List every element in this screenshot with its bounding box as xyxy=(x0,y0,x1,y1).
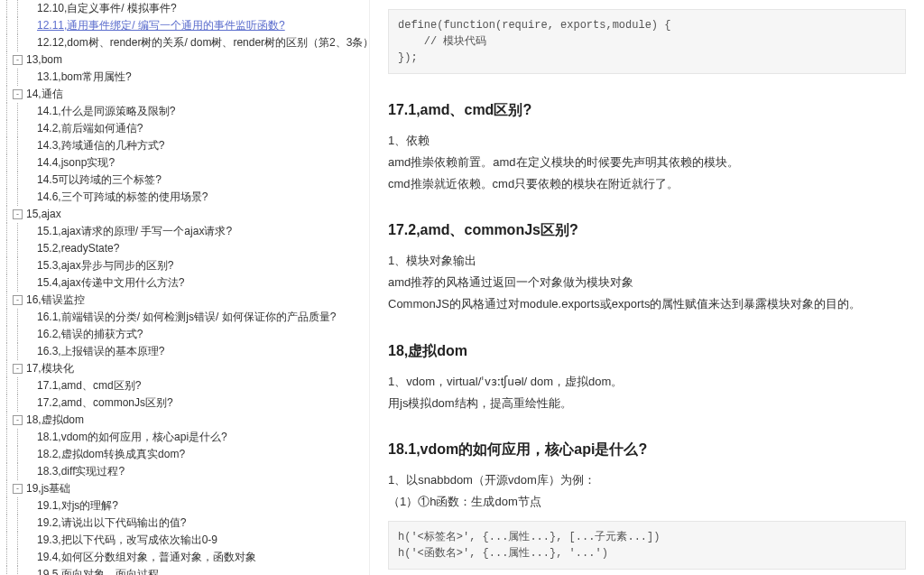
outline-item[interactable]: 18.3,diff实现过程? xyxy=(2,463,365,480)
tree-guide xyxy=(2,51,13,69)
outline-label: 12.11,通用事件绑定/ 编写一个通用的事件监听函数? xyxy=(37,17,285,34)
tree-guide xyxy=(2,309,13,326)
tree-guide xyxy=(13,189,23,206)
outline-label: 19,js基础 xyxy=(26,480,70,497)
outline-label: 15,ajax xyxy=(26,206,61,223)
collapse-icon[interactable]: - xyxy=(13,55,23,65)
outline-item[interactable]: 14.5可以跨域的三个标签? xyxy=(2,172,365,189)
tree-guide xyxy=(2,412,13,429)
outline-section[interactable]: -14,通信 xyxy=(2,86,365,103)
collapse-icon[interactable]: - xyxy=(13,295,23,305)
outline-item[interactable]: 19.4,如何区分数组对象，普通对象，函数对象 xyxy=(2,549,365,566)
tree-guide xyxy=(2,549,13,566)
outline-item[interactable]: 15.1,ajax请求的原理/ 手写一个ajax请求? xyxy=(2,223,365,240)
outline-item[interactable]: 18.2,虚拟dom转换成真实dom? xyxy=(2,446,365,463)
tree-guide xyxy=(2,120,13,137)
tree-guide xyxy=(2,532,13,549)
tree-guide xyxy=(13,309,23,326)
outline-item[interactable]: 14.6,三个可跨域的标签的使用场景? xyxy=(2,189,365,206)
tree-guide xyxy=(2,154,13,172)
outline-label: 13.1,bom常用属性? xyxy=(37,69,132,86)
outline-label: 12.12,dom树、render树的关系/ dom树、render树的区别（第… xyxy=(37,34,370,51)
collapse-icon[interactable]: - xyxy=(13,415,23,425)
outline-item[interactable]: 15.4,ajax传递中文用什么方法? xyxy=(2,274,365,292)
content-area[interactable]: define(function(require, exports,module)… xyxy=(370,0,924,575)
tree-guide xyxy=(2,206,13,223)
outline-item[interactable]: 14.3,跨域通信的几种方式? xyxy=(2,137,365,154)
code-block: h('<标签名>', {...属性...}, [...子元素...]) h('<… xyxy=(388,521,906,570)
outline-item[interactable]: 17.1,amd、cmd区别? xyxy=(2,377,365,394)
outline-label: 18.2,虚拟dom转换成真实dom? xyxy=(37,446,185,463)
outline-label: 16.2,错误的捕获方式? xyxy=(37,326,143,343)
tree-guide xyxy=(13,120,23,137)
outline-sidebar[interactable]: 12.10,自定义事件/ 模拟事件?12.11,通用事件绑定/ 编写一个通用的事… xyxy=(0,0,370,575)
tree-guide xyxy=(13,274,23,292)
outline-section[interactable]: -16,错误监控 xyxy=(2,292,365,309)
tree-guide xyxy=(13,429,23,446)
tree-guide xyxy=(13,172,23,189)
outline-label: 16.1,前端错误的分类/ 如何检测js错误/ 如何保证你的产品质量? xyxy=(37,309,336,326)
tree-guide xyxy=(2,463,13,480)
outline-item[interactable]: 15.3,ajax异步与同步的区别? xyxy=(2,257,365,274)
heading-17-1: 17.1,amd、cmd区别? xyxy=(388,101,906,120)
outline-item[interactable]: 12.12,dom树、render树的关系/ dom树、render树的区别（第… xyxy=(2,34,365,51)
outline-label: 14.6,三个可跨域的标签的使用场景? xyxy=(37,189,208,206)
outline-label: 14.4,jsonp实现? xyxy=(37,154,115,172)
tree-guide xyxy=(13,532,23,549)
outline-item[interactable]: 17.2,amd、commonJs区别? xyxy=(2,394,365,412)
tree-guide xyxy=(2,223,13,240)
tree-guide xyxy=(2,292,13,309)
outline-item[interactable]: 12.10,自定义事件/ 模拟事件? xyxy=(2,0,365,17)
outline-item[interactable]: 16.2,错误的捕获方式? xyxy=(2,326,365,343)
outline-label: 17,模块化 xyxy=(26,360,74,377)
tree-guide xyxy=(13,223,23,240)
outline-item[interactable]: 14.2,前后端如何通信? xyxy=(2,120,365,137)
outline-item[interactable]: 19.5,面向对象、面向过程 xyxy=(2,566,365,575)
tree-guide xyxy=(13,137,23,154)
outline-label: 18,虚拟dom xyxy=(26,412,84,429)
outline-item[interactable]: 16.3,上报错误的基本原理? xyxy=(2,343,365,360)
outline-label: 15.3,ajax异步与同步的区别? xyxy=(37,257,173,274)
collapse-icon[interactable]: - xyxy=(13,364,23,374)
tree-guide xyxy=(2,189,13,206)
collapse-icon[interactable]: - xyxy=(13,484,23,494)
outline-label: 15.4,ajax传递中文用什么方法? xyxy=(37,274,184,292)
outline-label: 13,bom xyxy=(26,51,62,69)
heading-18: 18,虚拟dom xyxy=(388,342,906,361)
outline-item[interactable]: 16.1,前端错误的分类/ 如何检测js错误/ 如何保证你的产品质量? xyxy=(2,309,365,326)
outline-item[interactable]: 18.1,vdom的如何应用，核心api是什么? xyxy=(2,429,365,446)
outline-item[interactable]: 19.3,把以下代码，改写成依次输出0-9 xyxy=(2,532,365,549)
outline-label: 19.1,对js的理解? xyxy=(37,497,118,515)
tree-guide xyxy=(13,463,23,480)
outline-item[interactable]: 13.1,bom常用属性? xyxy=(2,69,365,86)
paragraph: （1）①h函数：生成dom节点 xyxy=(388,492,906,512)
tree-guide xyxy=(2,515,13,532)
tree-guide xyxy=(2,0,13,17)
outline-item[interactable]: 19.1,对js的理解? xyxy=(2,497,365,515)
outline-item[interactable]: 19.2,请说出以下代码输出的值? xyxy=(2,515,365,532)
tree-guide xyxy=(13,257,23,274)
outline-item[interactable]: 14.1,什么是同源策略及限制? xyxy=(2,103,365,120)
paragraph: 1、模块对象输出 xyxy=(388,251,906,271)
collapse-icon[interactable]: - xyxy=(13,89,23,99)
outline-label: 14.5可以跨域的三个标签? xyxy=(37,172,162,189)
outline-section[interactable]: -18,虚拟dom xyxy=(2,412,365,429)
tree-guide xyxy=(13,497,23,515)
paragraph: cmd推崇就近依赖。cmd只要依赖的模块在附近就行了。 xyxy=(388,174,906,194)
outline-section[interactable]: -15,ajax xyxy=(2,206,365,223)
outline-label: 15.1,ajax请求的原理/ 手写一个ajax请求? xyxy=(37,223,232,240)
outline-item[interactable]: 14.4,jsonp实现? xyxy=(2,154,365,172)
collapse-icon[interactable]: - xyxy=(13,209,23,219)
outline-label: 19.3,把以下代码，改写成依次输出0-9 xyxy=(37,532,217,549)
outline-label: 14,通信 xyxy=(26,86,63,103)
outline-item[interactable]: 12.11,通用事件绑定/ 编写一个通用的事件监听函数? xyxy=(2,17,365,34)
tree-guide xyxy=(2,377,13,394)
paragraph: amd推荐的风格通过返回一个对象做为模块对象 xyxy=(388,273,906,292)
outline-section[interactable]: -19,js基础 xyxy=(2,480,365,497)
outline-label: 16.3,上报错误的基本原理? xyxy=(37,343,164,360)
outline-section[interactable]: -17,模块化 xyxy=(2,360,365,377)
outline-section[interactable]: -13,bom xyxy=(2,51,365,69)
outline-item[interactable]: 15.2,readyState? xyxy=(2,240,365,257)
tree-guide xyxy=(2,394,13,412)
tree-guide xyxy=(13,154,23,172)
